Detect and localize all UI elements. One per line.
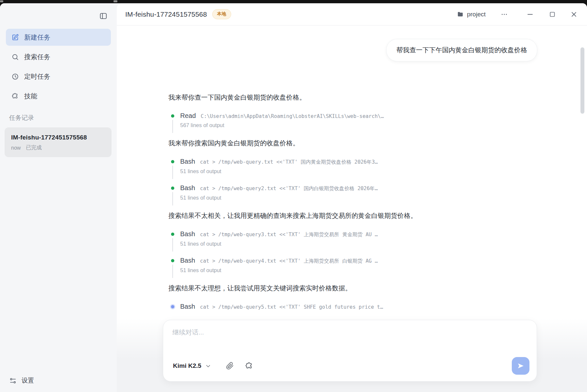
sidebar-item-label: 技能 xyxy=(24,92,37,101)
panel-left-icon xyxy=(99,12,108,20)
search-icon xyxy=(11,53,19,61)
tool-status-dot xyxy=(171,160,174,163)
tool-output-summary: 51 lines of output xyxy=(180,195,537,201)
tool-command: C:\Users\admin\AppData\Roaming\LobsterAI… xyxy=(201,113,384,119)
task-history-label: 任务记录 xyxy=(9,114,34,122)
clock-icon xyxy=(11,73,19,80)
sidebar: 新建任务 搜索任务 定时任务 xyxy=(0,3,117,392)
tool-name: Bash xyxy=(180,303,195,310)
task-status-badge: 已完成 xyxy=(26,144,42,151)
close-icon xyxy=(571,11,577,18)
puzzle-icon xyxy=(245,362,253,370)
background-window-nub xyxy=(0,0,3,2)
sliders-icon xyxy=(9,377,17,384)
task-history-item[interactable]: IM-feishu-1772451575568 now 已完成 xyxy=(5,127,112,157)
sidebar-item-label: 定时任务 xyxy=(24,72,50,81)
scrollbar-thumb[interactable] xyxy=(580,47,584,114)
tool-status-dot xyxy=(171,114,174,118)
close-button[interactable] xyxy=(571,11,577,18)
attach-file-button[interactable] xyxy=(226,362,234,370)
maximize-button[interactable] xyxy=(549,11,556,18)
tool-call-head: Bash cat > /tmp/web-query3.txt <<'TXT' 上… xyxy=(171,230,537,238)
composer: Kimi K2.5 xyxy=(163,320,537,382)
tool-call-entry[interactable]: Bash cat > /tmp/web-query4.txt <<'TXT' 上… xyxy=(168,257,537,273)
folder-icon xyxy=(457,11,464,18)
tool-connector-line xyxy=(172,166,173,179)
maximize-icon xyxy=(549,11,556,18)
sidebar-item-scheduled-task[interactable]: 定时任务 xyxy=(6,68,111,85)
tool-call-head: Read C:\Users\admin\AppData\Roaming\Lobs… xyxy=(171,112,537,120)
task-title: IM-feishu-1772451575568 xyxy=(11,134,105,141)
sidebar-item-new-task[interactable]: 新建任务 xyxy=(6,29,111,46)
send-button[interactable] xyxy=(512,357,529,375)
titlebar: IM-feishu-1772451575568 本地 project xyxy=(117,3,587,25)
user-message-row: 帮我查一下下午国内黄金白银期货的收盘价格 xyxy=(168,39,537,61)
model-selector[interactable]: Kimi K2.5 xyxy=(173,362,211,369)
main-panel: IM-feishu-1772451575568 本地 project xyxy=(117,3,587,392)
ellipsis-icon xyxy=(501,11,508,18)
conversation-title: IM-feishu-1772451575568 xyxy=(125,10,207,18)
tool-command: cat > /tmp/web-query4.txt <<'TXT' 上海期货交易… xyxy=(200,258,378,265)
tool-command: cat > /tmp/web-query.txt <<'TXT' 国内黄金期货收… xyxy=(200,159,378,166)
composer-toolbar: Kimi K2.5 xyxy=(173,357,529,375)
titlebar-actions: project xyxy=(457,11,577,18)
sidebar-nav: 新建任务 搜索任务 定时任务 xyxy=(6,29,111,107)
model-name: Kimi K2.5 xyxy=(173,362,201,369)
tool-status-dot xyxy=(171,187,174,190)
tool-name: Bash xyxy=(180,184,195,192)
project-label: project xyxy=(467,11,486,18)
project-button[interactable]: project xyxy=(457,11,486,18)
minimize-icon xyxy=(527,11,533,18)
puzzle-icon xyxy=(11,92,19,100)
tool-status-dot xyxy=(171,305,174,308)
chevron-down-icon xyxy=(205,363,211,369)
tool-call-entry[interactable]: Read C:\Users\admin\AppData\Roaming\Lobs… xyxy=(168,112,537,128)
tool-call-head: Bash cat > /tmp/web-query5.txt <<'TXT' S… xyxy=(171,303,537,310)
sidebar-collapse-button[interactable] xyxy=(98,11,108,21)
tool-name: Bash xyxy=(180,257,195,264)
tool-status-dot xyxy=(171,259,174,262)
assistant-text: 搜索结果不太理想，让我尝试用英文关键词搜索实时价格数据。 xyxy=(168,283,537,293)
settings-label: 设置 xyxy=(22,376,34,385)
tool-name: Read xyxy=(180,112,196,120)
sidebar-item-settings[interactable]: 设置 xyxy=(9,376,34,385)
tool-call-head: Bash cat > /tmp/web-query4.txt <<'TXT' 上… xyxy=(171,257,537,265)
more-menu-button[interactable] xyxy=(501,11,508,18)
tool-name: Bash xyxy=(180,230,195,238)
sidebar-item-skills[interactable]: 技能 xyxy=(6,88,111,105)
tool-call-head: Bash cat > /tmp/web-query2.txt <<'TXT' 国… xyxy=(171,184,537,192)
local-badge: 本地 xyxy=(212,9,231,19)
tool-connector-line xyxy=(172,192,173,205)
tool-command: cat > /tmp/web-query3.txt <<'TXT' 上海期货交易… xyxy=(200,231,378,238)
assistant-text: 我来帮你查一下国内黄金白银期货的收盘价格。 xyxy=(168,92,537,102)
tool-connector-line xyxy=(172,120,173,133)
message-input[interactable] xyxy=(172,328,527,355)
edit-icon xyxy=(11,33,19,41)
tool-connector-line xyxy=(172,265,173,278)
tool-output-summary: 51 lines of output xyxy=(180,168,537,174)
tool-output-summary: 567 lines of output xyxy=(180,122,537,128)
sidebar-item-search-task[interactable]: 搜索任务 xyxy=(6,48,111,65)
sidebar-item-label: 搜索任务 xyxy=(24,53,50,61)
tool-call-head: Bash cat > /tmp/web-query.txt <<'TXT' 国内… xyxy=(171,158,537,166)
assistant-message-stream: 我来帮你查一下国内黄金白银期货的收盘价格。 Read C:\Users\admi… xyxy=(168,92,537,310)
tool-status-dot xyxy=(171,233,174,236)
tool-command: cat > /tmp/web-query2.txt <<'TXT' 国内白银期货… xyxy=(200,185,378,192)
send-icon xyxy=(517,362,525,370)
assistant-text: 我来帮你搜索国内黄金白银期货的收盘价格。 xyxy=(168,138,537,148)
user-message-bubble: 帮我查一下下午国内黄金白银期货的收盘价格 xyxy=(387,39,537,61)
task-meta: now 已完成 xyxy=(11,144,105,151)
tool-call-entry[interactable]: Bash cat > /tmp/web-query.txt <<'TXT' 国内… xyxy=(168,158,537,174)
tool-call-entry[interactable]: Bash cat > /tmp/web-query3.txt <<'TXT' 上… xyxy=(168,230,537,247)
background-window-edge xyxy=(0,0,587,3)
tool-call-entry[interactable]: Bash cat > /tmp/web-query5.txt <<'TXT' S… xyxy=(168,303,537,310)
skills-button[interactable] xyxy=(245,362,253,370)
sidebar-item-label: 新建任务 xyxy=(24,33,50,42)
minimize-button[interactable] xyxy=(527,11,533,18)
tool-output-summary: 51 lines of output xyxy=(180,241,537,247)
assistant-text: 搜索结果不太相关，让我用更精确的查询来搜索上海期货交易所的黄金白银期货价格。 xyxy=(168,211,537,220)
task-time: now xyxy=(11,145,21,151)
app-window: 新建任务 搜索任务 定时任务 xyxy=(0,3,587,392)
tool-output-summary: 51 lines of output xyxy=(180,267,537,273)
tool-call-entry[interactable]: Bash cat > /tmp/web-query2.txt <<'TXT' 国… xyxy=(168,184,537,201)
